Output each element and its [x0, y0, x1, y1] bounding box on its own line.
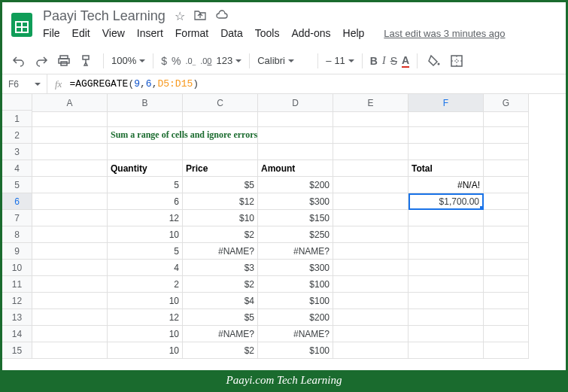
menu-edit[interactable]: Edit — [72, 27, 90, 39]
row-header[interactable]: 3 — [2, 144, 32, 160]
sheets-logo-icon[interactable] — [8, 11, 35, 38]
bold-button[interactable]: B — [370, 55, 378, 67]
cell[interactable]: $100 — [258, 276, 333, 293]
row-header[interactable]: 1 — [2, 111, 32, 127]
title-cell[interactable]: Sum a range of cells and ignore errors — [108, 127, 183, 144]
cell[interactable]: $2 — [183, 342, 258, 359]
cell[interactable]: #NAME? — [183, 243, 258, 260]
formula-input[interactable]: =AGGREGATE(9,6,D5:D15) — [69, 78, 566, 90]
document-name[interactable]: Paayi Tech Learning — [43, 8, 166, 24]
row-header[interactable]: 13 — [2, 309, 32, 326]
cell[interactable]: Amount — [258, 160, 333, 177]
paint-format-button[interactable] — [77, 52, 96, 70]
row-header[interactable]: 7 — [2, 210, 32, 226]
row-header[interactable]: 11 — [2, 276, 32, 293]
row-header[interactable]: 5 — [2, 177, 32, 193]
name-box[interactable]: F6 — [2, 74, 47, 93]
cell[interactable]: 5 — [108, 243, 183, 260]
cloud-icon[interactable] — [215, 10, 229, 23]
menu-format[interactable]: Format — [175, 27, 208, 39]
row-header[interactable]: 8 — [2, 226, 32, 243]
borders-button[interactable] — [448, 52, 466, 70]
cell[interactable]: $2 — [183, 226, 258, 243]
select-all-corner[interactable] — [2, 94, 32, 111]
spreadsheet-grid[interactable]: A B C D E F G 1 2Sum a range of cells an… — [2, 94, 529, 370]
print-button[interactable] — [55, 52, 73, 70]
cell[interactable]: $4 — [183, 293, 258, 309]
cell[interactable]: $150 — [258, 210, 333, 226]
zoom-select[interactable]: 100% — [111, 55, 145, 66]
star-icon[interactable]: ☆ — [175, 9, 185, 23]
col-header-a[interactable]: A — [32, 94, 108, 112]
cell[interactable]: $250 — [258, 226, 333, 243]
decrease-decimal-button[interactable]: .0_ — [186, 56, 196, 65]
increase-decimal-button[interactable]: .00 — [200, 56, 211, 65]
font-size-select[interactable]: –11 — [326, 55, 354, 66]
cell[interactable]: 10 — [108, 226, 183, 243]
cell[interactable]: $2 — [183, 276, 258, 293]
cell[interactable]: 6 — [108, 193, 183, 210]
cell[interactable]: #NAME? — [258, 326, 333, 342]
cell[interactable]: $200 — [258, 177, 333, 193]
strikethrough-button[interactable]: S — [390, 55, 397, 67]
cell[interactable]: 10 — [108, 326, 183, 342]
currency-button[interactable]: $ — [161, 55, 167, 67]
col-header-g[interactable]: G — [484, 94, 529, 112]
move-icon[interactable] — [194, 10, 206, 23]
text-color-button[interactable]: A — [402, 54, 409, 68]
svg-rect-5 — [59, 59, 69, 63]
menu-help[interactable]: Help — [343, 27, 365, 39]
italic-button[interactable]: I — [382, 55, 386, 67]
cell[interactable]: 2 — [108, 276, 183, 293]
cell[interactable]: $5 — [183, 177, 258, 193]
row-header[interactable]: 4 — [2, 160, 32, 177]
col-header-d[interactable]: D — [258, 94, 333, 112]
cell[interactable]: 5 — [108, 177, 183, 193]
menu-view[interactable]: View — [102, 27, 125, 39]
fill-color-button[interactable] — [425, 52, 443, 70]
menu-file[interactable]: File — [43, 27, 60, 39]
cell[interactable]: $300 — [258, 260, 333, 276]
cell[interactable]: #NAME? — [258, 243, 333, 260]
redo-button[interactable] — [32, 52, 50, 70]
row-header[interactable]: 12 — [2, 293, 32, 309]
cell[interactable]: Quantity — [108, 160, 183, 177]
active-cell[interactable]: $1,700.00 — [409, 193, 484, 210]
col-header-b[interactable]: B — [108, 94, 183, 112]
cell[interactable]: $100 — [258, 293, 333, 309]
menu-addons[interactable]: Add-ons — [291, 27, 330, 39]
col-header-c[interactable]: C — [183, 94, 258, 112]
number-format-select[interactable]: 123 — [216, 55, 241, 66]
row-header[interactable]: 15 — [2, 342, 32, 359]
cell[interactable]: $10 — [183, 210, 258, 226]
cell[interactable]: $12 — [183, 193, 258, 210]
cell[interactable]: 12 — [108, 309, 183, 326]
menu-tools[interactable]: Tools — [255, 27, 280, 39]
undo-button[interactable] — [10, 52, 28, 70]
menu-data[interactable]: Data — [220, 27, 243, 39]
row-header[interactable]: 14 — [2, 326, 32, 342]
col-header-f[interactable]: F — [409, 94, 484, 112]
row-header[interactable]: 9 — [2, 243, 32, 260]
col-header-e[interactable]: E — [333, 94, 409, 112]
cell[interactable]: 10 — [108, 293, 183, 309]
font-select[interactable]: Calibri — [257, 55, 310, 66]
cell[interactable]: 4 — [108, 260, 183, 276]
cell[interactable]: #NAME? — [183, 326, 258, 342]
row-header[interactable]: 2 — [2, 127, 32, 144]
cell[interactable]: Total — [409, 160, 484, 177]
cell[interactable]: $3 — [183, 260, 258, 276]
cell[interactable]: 12 — [108, 210, 183, 226]
menu-insert[interactable]: Insert — [137, 27, 163, 39]
row-header[interactable]: 10 — [2, 260, 32, 276]
cell[interactable]: $300 — [258, 193, 333, 210]
last-edit-link[interactable]: Last edit was 3 minutes ago — [384, 28, 505, 39]
cell[interactable]: 10 — [108, 342, 183, 359]
cell[interactable]: Price — [183, 160, 258, 177]
cell[interactable]: #N/A! — [409, 177, 484, 193]
percent-button[interactable]: % — [172, 55, 181, 67]
cell[interactable]: $5 — [183, 309, 258, 326]
cell[interactable]: $200 — [258, 309, 333, 326]
row-header[interactable]: 6 — [2, 193, 32, 210]
cell[interactable]: $100 — [258, 342, 333, 359]
